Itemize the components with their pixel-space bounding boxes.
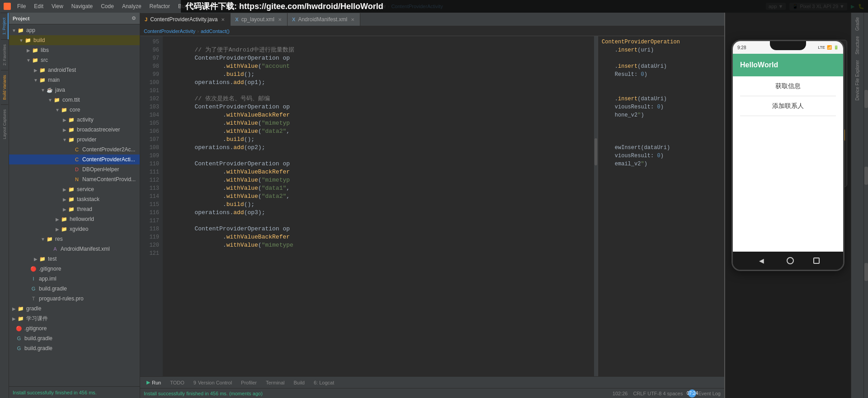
tree-item-src[interactable]: ▼ 📁 src xyxy=(9,55,140,65)
code-line-101 xyxy=(166,87,590,95)
tree-item-test[interactable]: ▶ 📁 test xyxy=(9,254,140,264)
tree-item-comttit[interactable]: ▼ 📁 com.ttit xyxy=(9,95,140,105)
tab-cplayout[interactable]: X cp_layout.xml ✕ xyxy=(231,13,288,26)
tree-item-buildgradle-root[interactable]: G build.gradle xyxy=(9,333,140,343)
phone-notch xyxy=(770,41,806,50)
bc-method-label[interactable]: addContact() xyxy=(201,28,230,34)
tab-java-close[interactable]: ✕ xyxy=(220,17,226,22)
tree-item-xgvideo[interactable]: ▶ 📁 xgvideo xyxy=(9,224,140,234)
code-line-105: .withValue("mimetyp xyxy=(166,119,590,127)
menu-edit[interactable]: Edit xyxy=(30,2,47,10)
bottom-tab-build[interactable]: Build xyxy=(289,377,309,388)
tree-item-broadcastreceiver[interactable]: ▶ 📁 broadcastreceiver xyxy=(9,125,140,135)
btn-addcontact-label: 添加联系人 xyxy=(772,102,804,110)
bottom-tab-todo[interactable]: TODO xyxy=(165,377,189,388)
structure-tab[interactable]: Structure xyxy=(854,33,861,57)
signal-icon: LTE xyxy=(818,45,825,50)
build-variants-tab[interactable]: Build Variants xyxy=(1,70,8,104)
tree-item-buildgradle-root2[interactable]: G build.gradle xyxy=(9,343,140,353)
bottom-tab-vc[interactable]: 9 Version Control xyxy=(189,377,236,388)
status-bar: Install successfully finished in 456 ms.… xyxy=(140,388,724,398)
code-line-112: .withValue("mimetyp xyxy=(166,176,590,184)
nav-home-btn[interactable] xyxy=(787,257,794,264)
tree-item-thread[interactable]: ▶ 📁 thread xyxy=(9,204,140,214)
app-btn-getinfo[interactable]: 获取信息 xyxy=(740,76,836,96)
build-tab-label: Build xyxy=(294,380,305,385)
tree-item-gitignore-root[interactable]: 🔴 .gitignore xyxy=(9,323,140,333)
far-right-thumb[interactable] xyxy=(864,90,868,108)
far-right-thumb3[interactable] xyxy=(864,263,868,281)
menu-file[interactable]: File xyxy=(14,2,29,10)
menu-refactor[interactable]: Refactor xyxy=(146,2,174,10)
bottom-tab-profiler[interactable]: Profiler xyxy=(236,377,261,388)
project-tab[interactable]: 1: Project xyxy=(0,13,9,39)
code-line-96: // 为了便于Android中进行批量数据 xyxy=(166,46,590,54)
far-right-thumb2[interactable] xyxy=(864,167,868,185)
bottom-tab-logcat[interactable]: 6: Logcat xyxy=(309,377,339,388)
tab-manifest-close[interactable]: ✕ xyxy=(350,17,355,22)
tree-item-taskstack[interactable]: ▶ 📁 taskstack xyxy=(9,194,140,204)
scrollbar-thumb[interactable] xyxy=(594,138,597,165)
tree-item-namecp[interactable]: N NameContentProvid... xyxy=(9,174,140,184)
tree-item-libs[interactable]: ▶ 📁 libs xyxy=(9,45,140,55)
line-numbers: 95 96 97 98 99 100 101 102 103 104 105 1… xyxy=(140,36,163,376)
tree-item-service[interactable]: ▶ 📁 service xyxy=(9,184,140,194)
tab-manifest[interactable]: X AndroidManifest.xml ✕ xyxy=(288,13,360,26)
tab-java[interactable]: J ContentProviderActivity.java ✕ xyxy=(140,13,231,26)
tree-item-buildgradle1[interactable]: G build.gradle xyxy=(9,284,140,294)
editor-content: 95 96 97 98 99 100 101 102 103 104 105 1… xyxy=(140,36,724,376)
code-line-95 xyxy=(166,38,590,46)
tab-cplayout-close[interactable]: ✕ xyxy=(277,17,283,22)
tree-item-app[interactable]: ▼ 📁 app xyxy=(9,25,140,35)
tabs-bar: J ContentProviderActivity.java ✕ X cp_la… xyxy=(140,13,724,26)
tree-item-res[interactable]: ▼ 📁 res xyxy=(9,234,140,244)
tree-item-androidtest[interactable]: ▶ 📁 androidTest xyxy=(9,65,140,75)
tree-item-provider[interactable]: ▼ 📁 provider xyxy=(9,135,140,145)
tree-item-activity[interactable]: ▶ 📁 activity xyxy=(9,115,140,125)
menu-code[interactable]: Code xyxy=(97,2,118,10)
tree-item-build[interactable]: ▼ 📁 build xyxy=(9,35,140,45)
tree-item-java-folder[interactable]: ▼ ☕ java xyxy=(9,85,140,95)
layout-captures-tab[interactable]: Layout Captures xyxy=(1,104,8,144)
tree-item-lessons[interactable]: ▶ 📁 学习课件 xyxy=(9,314,140,323)
app-btn-addcontact[interactable]: 添加联系人 xyxy=(740,96,836,116)
favorites-tab[interactable]: 2: Favorites xyxy=(1,39,8,70)
cursor-position: 102:26 xyxy=(613,391,628,396)
tree-item-proguard[interactable]: T proguard-rules.pro xyxy=(9,294,140,304)
nav-back-btn[interactable]: ◀ xyxy=(756,255,767,266)
tree-item-helloworld[interactable]: ▶ 📁 helloworld xyxy=(9,214,140,224)
bottom-tab-run[interactable]: ▶ Run xyxy=(142,377,165,388)
tree-item-appiml[interactable]: I app.iml xyxy=(9,274,140,284)
device-file-explorer-tab[interactable]: Device File Explorer xyxy=(854,57,861,103)
tree-item-manifest[interactable]: A AndroidManifest.xml xyxy=(9,244,140,254)
nav-recent-btn[interactable] xyxy=(813,258,820,264)
tree-item-main[interactable]: ▼ 📁 main xyxy=(9,75,140,85)
editor-area: J ContentProviderActivity.java ✕ X cp_la… xyxy=(140,13,724,398)
tree-item-cpa[interactable]: C ContentProviderActi... xyxy=(9,155,140,164)
menu-analyze[interactable]: Analyze xyxy=(118,2,145,10)
tree-item-gradle-folder[interactable]: ▶ 📁 gradle xyxy=(9,304,140,314)
phone-time: 9:28 xyxy=(737,45,746,50)
panel-gear-icon[interactable]: ⚙ xyxy=(132,15,136,21)
tree-item-gitignore1[interactable]: 🔴 .gitignore xyxy=(9,264,140,274)
menu-navigate[interactable]: Navigate xyxy=(68,2,96,10)
code-editor[interactable]: // 为了便于Android中进行批量数据 ContentProviderOpe… xyxy=(163,36,594,376)
tree-item-dbopen[interactable]: D DBOpenHelper xyxy=(9,164,140,174)
tree-item-cp2[interactable]: C ContentProvider2Ac... xyxy=(9,145,140,155)
event-log[interactable]: 07:24 Event Log xyxy=(688,389,721,398)
right-sidebar: Gradle Structure Device File Explorer xyxy=(851,13,863,398)
gradle-tab[interactable]: Gradle xyxy=(854,14,861,33)
bottom-tab-terminal[interactable]: Terminal xyxy=(261,377,289,388)
run-icon: ▶ xyxy=(146,379,150,385)
far-right-scroll[interactable] xyxy=(863,13,868,398)
vertical-scrollbar[interactable] xyxy=(594,36,598,376)
emulator-panel: ⏻ 🔊 🔉 ◈ 📷 🔍 ⊕ ○ □ … 9:28 LTE 📶 🔋 xyxy=(724,13,851,398)
code-line-100: operations.add(op1); xyxy=(166,79,590,87)
menu-view[interactable]: View xyxy=(48,2,67,10)
logcat-tab-label: 6: Logcat xyxy=(314,380,334,385)
editor-breadcrumb: ContentProviderActivity › addContact() xyxy=(140,26,724,36)
bc-file-label[interactable]: ContentProviderActivity xyxy=(144,28,195,34)
event-log-label: Event Log xyxy=(698,391,721,396)
btn-getinfo-label: 获取信息 xyxy=(775,82,801,90)
tree-item-core[interactable]: ▼ 📁 core xyxy=(9,105,140,115)
